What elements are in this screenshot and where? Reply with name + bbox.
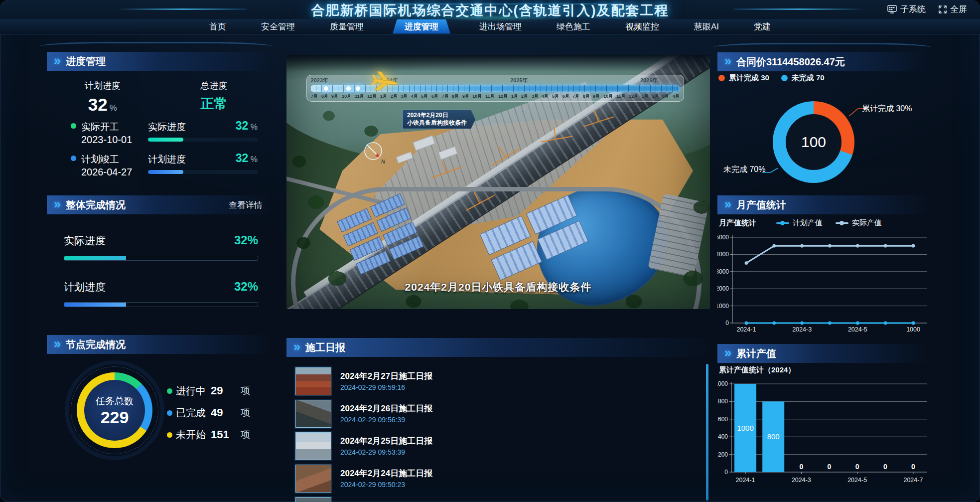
timeline-month: 10月: [342, 93, 351, 99]
overall-progress-rows: 实际进度32%计划进度32%: [64, 233, 258, 307]
tab-慧眼AI[interactable]: 慧眼AI: [688, 19, 725, 34]
milestone-dot: [71, 156, 76, 161]
nav-tabs: 首页安全管理质量管理进度管理进出场管理绿色施工视频监控慧眼AI党建: [203, 19, 777, 34]
view-details-link[interactable]: 查看详情: [229, 199, 263, 211]
legend-item: 计划产值: [776, 218, 823, 228]
svg-text:2024-1: 2024-1: [736, 477, 755, 484]
legend-item: 已完成49项: [167, 406, 250, 419]
tab-绿色施工[interactable]: 绿色施工: [551, 19, 596, 34]
daily-report-item[interactable]: 2024年2月25日施工日报2024-02-29 09:53:39: [286, 432, 710, 460]
nav-bar: 首页安全管理质量管理进度管理进出场管理绿色施工视频监控慧眼AI党建: [0, 19, 980, 34]
chevron-icon: »: [54, 198, 61, 210]
svg-text:2024-5: 2024-5: [848, 326, 867, 333]
tab-视频监控[interactable]: 视频监控: [619, 19, 665, 34]
legend-item: 未开始151项: [167, 428, 250, 441]
timeline-month: 11月: [485, 93, 494, 99]
daily-report-list: 2024年2月27日施工日报2024-02-29 09:59:162024年2月…: [286, 363, 710, 502]
svg-text:N: N: [381, 159, 385, 165]
subsystem-button[interactable]: 子系统: [887, 3, 926, 15]
chevron-icon: »: [724, 198, 731, 210]
contract-donut-center: 100: [786, 114, 841, 170]
tab-党建[interactable]: 党建: [748, 19, 777, 34]
construction-timeline: 2023年2024年2025年2026年 7月8月9月10月11月12月1月2月…: [306, 75, 684, 102]
project-3d-view: 2023年2024年2025年2026年 7月8月9月10月11月12月1月2月…: [286, 55, 710, 309]
daily-report-item[interactable]: 2024年2月26日施工日报2024-02-29 09:56:39: [286, 400, 710, 428]
legend-label: 计划产值: [793, 218, 823, 228]
scene-caption: 2024年2月20日小铁具备盾构接收条件: [286, 280, 710, 294]
legend-label: 未完成 70: [792, 73, 825, 83]
timeline-month: 9月: [462, 93, 469, 99]
timeline-year: 2023年: [311, 77, 328, 84]
report-thumbnail: [295, 367, 331, 395]
panel-header-node: » 节点完成情况: [47, 335, 270, 354]
timeline-month: 8月: [452, 93, 459, 99]
timeline-month: 12月: [498, 93, 508, 99]
callout-completed: 累计完成 30%: [862, 104, 912, 114]
legend-label: 累计完成 30: [729, 73, 769, 83]
daily-report-item[interactable]: 2024年2月24日施工日报2024-02-29 09:50:23: [286, 465, 710, 493]
node-legend: 进行中29项已完成49项未开始151项: [167, 384, 250, 450]
timeline-month: 4月: [411, 93, 418, 99]
fullscreen-label: 全屏: [950, 3, 967, 15]
svg-text:800: 800: [718, 398, 728, 405]
svg-text:4000: 4000: [717, 251, 729, 258]
tab-首页[interactable]: 首页: [203, 19, 232, 34]
task-total-value: 229: [101, 409, 129, 426]
panel-title: 合同价3114458026.47元: [736, 55, 845, 69]
svg-text:600: 600: [718, 416, 728, 423]
svg-text:2024-3: 2024-3: [792, 477, 811, 484]
report-title: 2024年2月26日施工日报: [340, 403, 432, 414]
timeline-month: 5月: [421, 93, 428, 99]
legend-item: 累计完成 30: [718, 73, 769, 83]
overall-progress-label: 实际进度: [64, 234, 106, 248]
milestone-label: 计划竣工: [81, 153, 119, 166]
overall-progress-value: 32%: [234, 233, 258, 247]
fullscreen-icon: [939, 5, 947, 13]
timeline-month: 1月: [642, 93, 649, 99]
report-timestamp: 2024-02-29 09:50:23: [340, 481, 405, 489]
total-progress-status: 正常: [158, 96, 270, 112]
report-title: 2024年2月27日施工日报: [340, 370, 432, 382]
milestone-row: 实际开工2023-10-01实际进度32 %: [47, 119, 270, 151]
milestone-date: 2023-10-01: [81, 134, 132, 146]
report-thumbnail: [295, 497, 331, 502]
timeline-month: 1月: [511, 93, 518, 99]
report-thumbnail: [295, 465, 331, 493]
milestone-progress-fill: [148, 138, 183, 142]
daily-report-item-partial: [286, 497, 710, 502]
overall-progress-track: [64, 302, 258, 307]
task-total-label: 任务总数: [96, 395, 134, 408]
callout-remaining: 未完成 70%: [723, 165, 765, 175]
total-progress-label: 总进度: [158, 80, 270, 92]
daily-report-item[interactable]: 2024年2月27日施工日报2024-02-29 09:59:16: [286, 367, 710, 395]
plan-progress-stat: 计划进度 32%: [47, 80, 158, 113]
tab-安全管理[interactable]: 安全管理: [255, 19, 301, 34]
svg-text:1000: 1000: [717, 303, 729, 310]
svg-text:200: 200: [718, 451, 728, 458]
legend-item: 未完成 70: [781, 73, 825, 83]
timeline-months: 7月8月9月10月11月12月1月2月3月4月5月6月7月8月9月10月11月1…: [310, 93, 680, 100]
overall-progress-fill: [64, 256, 126, 260]
report-thumbnail: [295, 400, 331, 428]
timeline-track[interactable]: [310, 85, 680, 92]
milestone-row: 计划竣工2026-04-27计划进度32 %: [47, 151, 270, 183]
plan-progress-label: 计划进度: [47, 80, 158, 92]
tab-进度管理[interactable]: 进度管理: [393, 19, 450, 34]
panel-title: 进度管理: [66, 55, 106, 68]
chevron-icon: »: [293, 340, 300, 353]
timeline-month: 7月: [311, 93, 318, 99]
fullscreen-button[interactable]: 全屏: [939, 3, 967, 15]
milestone-progress-label: 计划进度: [148, 153, 186, 166]
panel-title: 累计产值: [736, 347, 776, 360]
plan-progress-value: 32%: [47, 96, 158, 113]
svg-text:0: 0: [855, 463, 859, 471]
tab-进出场管理[interactable]: 进出场管理: [473, 19, 528, 34]
timeline-month: 3月: [662, 93, 669, 99]
tab-质量管理[interactable]: 质量管理: [324, 19, 370, 34]
milestone-progress-fill: [148, 170, 183, 174]
legend-item: 进行中29项: [167, 384, 250, 397]
scrollbar[interactable]: [706, 364, 708, 501]
contract-donut-chart: 100: [773, 101, 854, 183]
report-timestamp: 2024-02-29 09:56:39: [340, 416, 405, 424]
frame-arc-left: [39, 42, 273, 51]
